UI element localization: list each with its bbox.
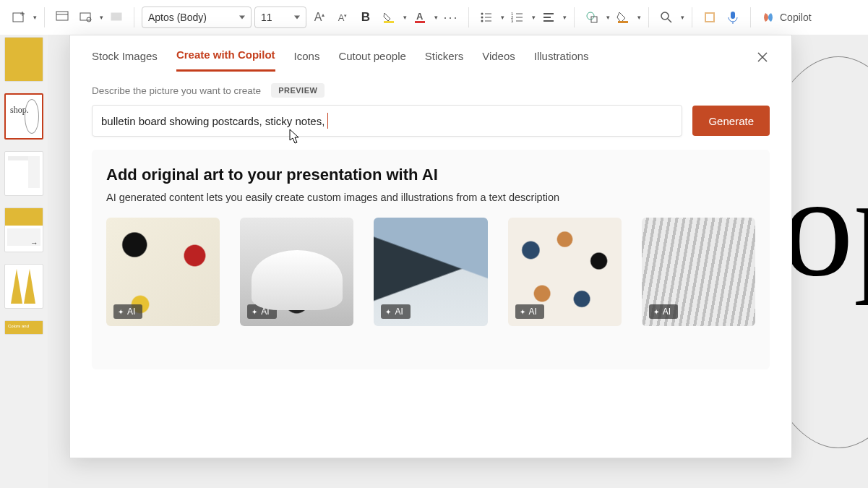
align-button[interactable] xyxy=(538,7,559,27)
slide-thumbnail[interactable] xyxy=(4,151,43,196)
sample-image[interactable]: AI xyxy=(374,218,487,326)
tab-stickers[interactable]: Stickers xyxy=(425,50,463,71)
bullets-button[interactable] xyxy=(476,7,497,27)
copilot-button[interactable]: Copilot xyxy=(755,7,817,27)
prompt-input[interactable]: bulletin board showing postcards, sticky… xyxy=(92,105,682,137)
shapes-icon xyxy=(585,10,599,25)
section-button[interactable] xyxy=(106,7,126,27)
svg-text:3: 3 xyxy=(511,19,514,23)
layout-button[interactable] xyxy=(52,7,72,27)
shapes-button[interactable] xyxy=(582,7,602,27)
numbering-icon: 123 xyxy=(510,10,525,25)
intro-subtitle: AI generated content lets you easily cre… xyxy=(106,192,755,203)
decrease-font-button[interactable]: A▾ xyxy=(332,7,353,27)
section-icon xyxy=(110,11,123,24)
chevron-down-icon[interactable]: ▾ xyxy=(501,14,504,21)
increase-font-button[interactable]: A▴ xyxy=(309,7,330,27)
tab-icons[interactable]: Icons xyxy=(294,50,320,71)
chevron-down-icon[interactable]: ▾ xyxy=(33,14,37,21)
dialog-tabs: Stock Images Create with Copilot Icons C… xyxy=(70,35,791,72)
slide-thumbnail[interactable] xyxy=(4,37,43,82)
intro-title: Add original art to your presentation wi… xyxy=(106,166,755,184)
designer-icon xyxy=(702,10,717,25)
svg-rect-8 xyxy=(384,21,394,23)
mouse-cursor xyxy=(289,129,301,145)
shape-fill-button[interactable] xyxy=(613,7,633,27)
ai-badge: AI xyxy=(381,304,410,319)
sample-image[interactable]: AI xyxy=(240,218,353,326)
slide-thumbnail[interactable]: → xyxy=(4,207,43,252)
generate-button[interactable]: Generate xyxy=(692,106,770,136)
chevron-down-icon[interactable]: ▾ xyxy=(532,14,536,21)
designer-button[interactable] xyxy=(700,7,720,27)
svg-rect-3 xyxy=(56,12,68,20)
chevron-down-icon[interactable]: ▾ xyxy=(606,14,610,21)
sample-row: AI AI AI AI AI xyxy=(106,218,755,326)
svg-rect-33 xyxy=(731,12,735,19)
svg-rect-7 xyxy=(111,13,121,20)
copilot-icon xyxy=(761,10,775,25)
ai-badge: AI xyxy=(515,304,544,319)
ribbon-toolbar: ▾ ▾ Aptos (Body) 11 A▴ A▾ B ▾ xyxy=(0,0,868,35)
sample-image[interactable]: AI xyxy=(642,218,755,326)
decrease-font-icon: A▾ xyxy=(338,12,348,23)
search-icon xyxy=(659,10,674,25)
bullets-icon xyxy=(479,10,494,25)
microphone-icon xyxy=(726,10,739,25)
svg-line-30 xyxy=(668,19,671,22)
tab-illustrations[interactable]: Illustrations xyxy=(534,50,589,71)
highlight-button[interactable] xyxy=(379,7,399,27)
font-size-select[interactable]: 11 xyxy=(254,7,306,28)
font-name-value: Aptos (Body) xyxy=(148,12,207,23)
sample-image[interactable]: AI xyxy=(106,218,220,326)
svg-rect-10 xyxy=(415,21,425,23)
ai-badge: AI xyxy=(247,304,276,319)
chevron-down-icon[interactable]: ▾ xyxy=(681,14,684,21)
prompt-input-value: bulletin board showing postcards, sticky… xyxy=(101,115,325,127)
slide-thumbnail[interactable]: Colors and xyxy=(4,320,43,335)
bold-icon: B xyxy=(361,10,370,25)
find-button[interactable] xyxy=(656,7,676,27)
tab-create-with-copilot[interactable]: Create with Copilot xyxy=(176,48,275,72)
layout-icon xyxy=(56,11,69,24)
reset-button[interactable] xyxy=(75,7,95,27)
close-button[interactable] xyxy=(751,46,774,69)
svg-point-13 xyxy=(481,17,484,19)
insert-image-dialog: Stock Images Create with Copilot Icons C… xyxy=(69,35,792,458)
preview-badge: PREVIEW xyxy=(271,83,325,98)
svg-point-26 xyxy=(587,12,594,20)
new-slide-button[interactable] xyxy=(9,7,29,27)
ai-badge: AI xyxy=(649,304,678,319)
slide-thumbnail[interactable]: shop. xyxy=(4,93,43,140)
chevron-down-icon[interactable]: ▾ xyxy=(403,14,407,21)
increase-font-icon: A▴ xyxy=(314,11,325,24)
highlight-icon xyxy=(382,10,396,25)
describe-label: Describe the picture you want to create xyxy=(92,85,261,96)
tab-videos[interactable]: Videos xyxy=(482,50,515,71)
align-icon xyxy=(541,10,556,25)
font-color-icon: A xyxy=(413,10,427,25)
dictate-button[interactable] xyxy=(723,7,743,27)
font-color-button[interactable]: A xyxy=(410,7,430,27)
font-name-select[interactable]: Aptos (Body) xyxy=(142,7,252,28)
sample-image[interactable]: AI xyxy=(508,218,622,326)
paint-bucket-icon xyxy=(616,10,630,25)
svg-point-11 xyxy=(481,13,484,15)
ai-badge: AI xyxy=(113,304,142,319)
intro-card: Add original art to your presentation wi… xyxy=(92,150,770,369)
bold-button[interactable]: B xyxy=(356,7,376,27)
chevron-down-icon[interactable]: ▾ xyxy=(434,14,438,21)
slide-title-fragment: op xyxy=(781,143,868,309)
chevron-down-icon[interactable]: ▾ xyxy=(563,14,567,21)
close-icon xyxy=(757,51,768,63)
numbering-button[interactable]: 123 xyxy=(507,7,528,27)
slide-thumbnail[interactable] xyxy=(4,264,43,309)
chevron-down-icon[interactable]: ▾ xyxy=(637,14,641,21)
tab-cutout-people[interactable]: Cutout people xyxy=(338,50,405,71)
ellipsis-icon: ··· xyxy=(443,10,458,25)
chevron-down-icon[interactable]: ▾ xyxy=(100,14,103,21)
more-font-button[interactable]: ··· xyxy=(441,7,461,27)
slide-thumbnail-panel: shop. → Colors and xyxy=(0,35,48,488)
tab-stock-images[interactable]: Stock Images xyxy=(92,50,158,71)
svg-text:A: A xyxy=(416,11,424,22)
